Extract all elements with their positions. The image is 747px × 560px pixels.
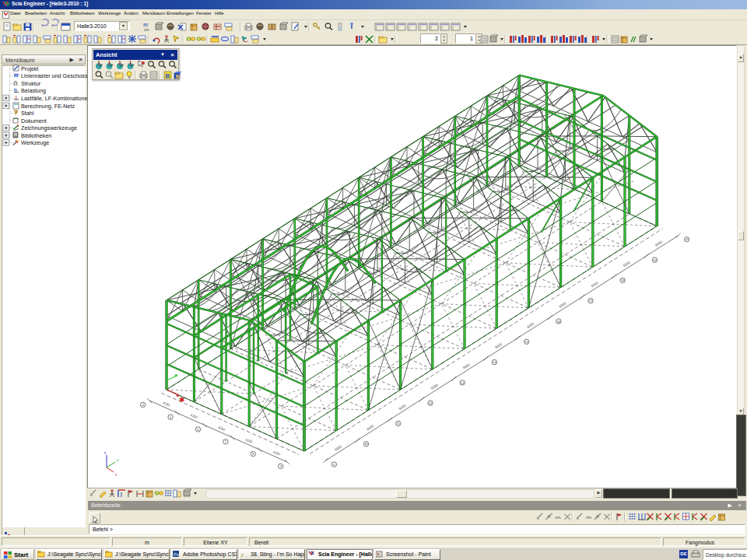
- svg-text:♪: ♪: [240, 551, 244, 558]
- svg-text:Ps: Ps: [174, 552, 179, 557]
